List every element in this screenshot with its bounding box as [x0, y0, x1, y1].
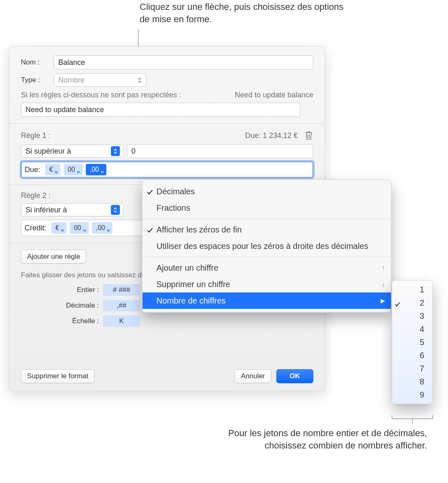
digits-submenu: 1 2 3 4 5 6 7 8 9 [392, 280, 433, 404]
chevron-down-icon [101, 168, 104, 171]
select-knob-icon [111, 205, 120, 215]
decimale-token[interactable]: ,## [103, 300, 140, 311]
rule2-currency-token[interactable]: € [51, 222, 67, 234]
digits-option-7[interactable]: 7 [392, 362, 432, 375]
rule2-label: Règle 2 : [21, 191, 51, 200]
digits-option-4[interactable]: 4 [392, 322, 432, 336]
digits-option-1[interactable]: 1 [392, 283, 432, 296]
rule2-condition-select[interactable]: Si inférieur à [21, 203, 124, 216]
fail-text-input[interactable]: Need to update balance [21, 103, 300, 117]
chevron-down-icon [107, 226, 110, 230]
callout-top: Cliquez sur une flèche, puis choisissez … [140, 1, 345, 25]
add-rule-button[interactable]: Ajouter une règle [21, 250, 86, 264]
name-input[interactable]: Balance [54, 55, 313, 69]
menu-espaces-zeros[interactable]: Utiliser des espaces pour les zéros à dr… [142, 238, 391, 254]
chevron-down-icon [77, 168, 80, 171]
separator [9, 123, 325, 124]
chevron-down-icon [61, 226, 64, 230]
digits-option-8[interactable]: 8 [392, 375, 432, 388]
menu-fractions[interactable]: Fractions [142, 200, 391, 216]
rule1-decimal-token[interactable]: ,00 [86, 164, 106, 175]
echelle-token[interactable]: K [103, 315, 140, 327]
digits-option-2[interactable]: 2 [392, 296, 432, 309]
decimal-token-menu: Décimales Fractions Afficher les zéros d… [142, 179, 391, 313]
rule1-currency-token[interactable]: € [45, 164, 60, 175]
arrow-up-icon: ↑ [381, 264, 385, 272]
digits-option-5[interactable]: 5 [392, 336, 432, 349]
rule1-prefix-text: Due: [25, 166, 40, 174]
callout-bottom-brace [392, 414, 433, 423]
type-select[interactable]: Nombre [54, 74, 147, 87]
if-rules-fail-label: Si les règles ci-dessous ne sont pas res… [21, 91, 181, 99]
menu-supprimer-chiffre[interactable]: Supprimer un chiffre ↓ [142, 276, 391, 292]
digits-option-3[interactable]: 3 [392, 309, 432, 322]
check-icon [395, 300, 400, 306]
rule1-value-input[interactable]: 0 [127, 144, 313, 158]
delete-format-button[interactable]: Supprimer le format [21, 369, 94, 383]
digits-option-9[interactable]: 9 [392, 388, 432, 401]
menu-separator [142, 257, 391, 257]
name-label: Nom : [21, 58, 54, 67]
digits-option-6[interactable]: 6 [392, 349, 432, 362]
chevron-right-icon: ▶ [381, 297, 385, 304]
ok-button[interactable]: OK [276, 369, 313, 383]
rules-fail-preview: Need to update balance [235, 91, 313, 99]
select-knob-icon [136, 74, 143, 86]
menu-ajouter-chiffre[interactable]: Ajouter un chiffre ↑ [142, 260, 391, 276]
rule1-label: Règle 1 : [21, 131, 51, 140]
rule2-token-field[interactable]: Credit: € 00 ,00 [21, 220, 148, 236]
rule1-condition-select[interactable]: Si supérieur à [21, 145, 124, 158]
rule2-decimal-token[interactable]: ,00 [92, 222, 113, 234]
select-knob-icon [111, 146, 120, 156]
arrow-down-icon: ↓ [381, 280, 385, 289]
type-label: Type : [21, 76, 54, 84]
menu-decimales[interactable]: Décimales [142, 183, 391, 200]
entier-label: Entier : [21, 286, 103, 294]
trash-icon[interactable] [304, 130, 313, 141]
callout-bottom: Pour les jetons de nombre entier et de d… [197, 427, 427, 451]
echelle-label: Échelle : [21, 317, 103, 325]
rule2-prefix-text: Credit: [25, 224, 46, 232]
entier-token[interactable]: # ### [103, 284, 140, 296]
check-icon [147, 188, 153, 195]
menu-separator [142, 218, 391, 219]
rule2-integer-token[interactable]: 00 [70, 222, 89, 234]
decimale-label: Décimale : [21, 301, 103, 310]
menu-zeros-fin[interactable]: Afficher les zéros de fin [142, 221, 391, 238]
chevron-down-icon [55, 168, 58, 171]
rule1-token-field[interactable]: Due: € 00 ,00 [21, 161, 313, 178]
menu-nombre-chiffres[interactable]: Nombre de chiffres ▶ [142, 292, 391, 309]
cancel-button[interactable]: Annuler [234, 369, 271, 383]
rule1-integer-token[interactable]: 00 [64, 164, 83, 175]
rule1-preview: Due: 1 234,12 € [245, 131, 298, 140]
chevron-down-icon [83, 226, 86, 230]
check-icon [147, 226, 153, 233]
